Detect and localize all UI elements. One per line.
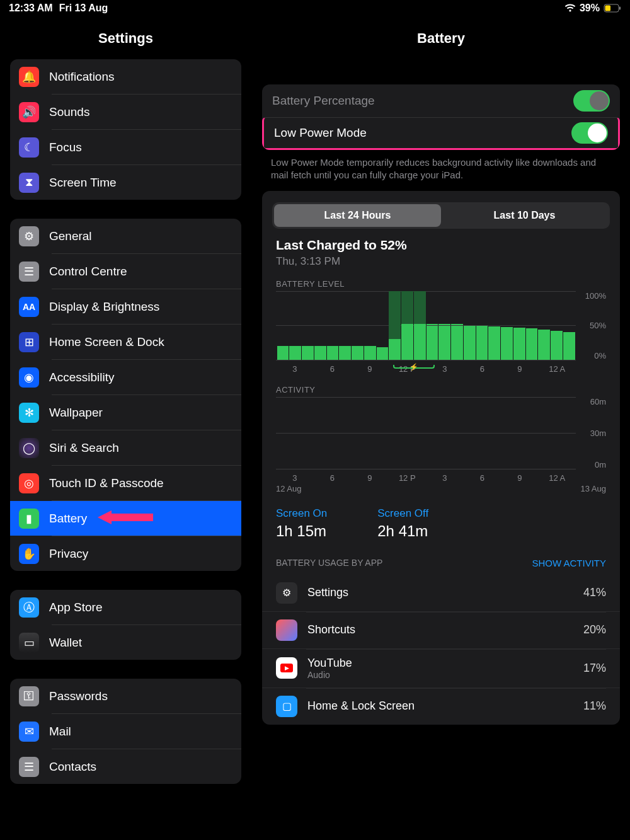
sidebar-item-label: Battery <box>49 512 87 526</box>
sidebar-item-label: General <box>49 229 92 243</box>
sidebar-item-notifications[interactable]: 🔔Notifications <box>10 59 241 94</box>
speaker-icon: 🔊 <box>19 102 39 122</box>
sidebar-item-accessibility[interactable]: ◉Accessibility <box>10 360 241 394</box>
sidebar-item-label: Passwords <box>49 689 108 703</box>
sidebar-item-contacts[interactable]: ☰Contacts <box>10 749 241 784</box>
app-row-settings[interactable]: ⚙Settings41% <box>262 575 620 611</box>
show-activity-link[interactable]: SHOW ACTIVITY <box>532 558 606 568</box>
screen-off-value: 2h 41m <box>377 522 428 540</box>
toggle-label: Low Power Mode <box>274 126 367 140</box>
sidebar-item-home-screen[interactable]: ⊞Home Screen & Dock <box>10 325 241 359</box>
app-icon: ▢ <box>276 696 297 717</box>
sidebar-item-siri[interactable]: ◯Siri & Search <box>10 430 241 465</box>
sidebar-item-sounds[interactable]: 🔊Sounds <box>10 95 241 129</box>
app-sub: Audio <box>307 670 352 680</box>
detail-pane: Battery Battery PercentageLow Power Mode… <box>252 0 630 840</box>
bell-icon: 🔔 <box>19 67 39 87</box>
sidebar-title: Settings <box>0 21 251 59</box>
svg-rect-2 <box>605 6 611 11</box>
mail-icon: ✉ <box>19 722 39 742</box>
grid-icon: ⊞ <box>19 332 39 352</box>
sidebar-item-focus[interactable]: ☾Focus <box>10 130 241 164</box>
sidebar-item-label: Screen Time <box>49 176 117 190</box>
hand-icon: ✋ <box>19 544 39 564</box>
sidebar-item-app-store[interactable]: ⒶApp Store <box>10 590 241 624</box>
sidebar-item-label: Touch ID & Passcode <box>49 476 164 490</box>
svg-rect-1 <box>619 7 621 10</box>
app-row-youtube[interactable]: ▶YouTubeAudio17% <box>262 648 620 688</box>
status-battery-pct: 39% <box>580 3 600 14</box>
app-percentage: 11% <box>583 699 606 713</box>
toggle-row-battery-percentage: Battery Percentage <box>262 84 620 117</box>
app-name: Home & Lock Screen <box>307 699 415 713</box>
battery-icon: ▮ <box>19 509 39 529</box>
sidebar-item-wallpaper[interactable]: ✻Wallpaper <box>10 395 241 430</box>
sidebar-item-label: Display & Brightness <box>49 300 159 314</box>
sidebar-item-label: Siri & Search <box>49 441 119 455</box>
sidebar-item-label: Control Centre <box>49 265 127 279</box>
siri-icon: ◯ <box>19 438 39 458</box>
segment-last-10-days[interactable]: Last 10 Days <box>441 204 608 227</box>
app-percentage: 17% <box>583 662 606 675</box>
switches-icon: ☰ <box>19 262 39 282</box>
chart-date-start: 12 Aug <box>276 484 302 493</box>
sidebar-item-control-centre[interactable]: ☰Control Centre <box>10 254 241 289</box>
toggle-low-power-mode[interactable] <box>571 122 608 144</box>
sidebar-item-privacy[interactable]: ✋Privacy <box>10 536 241 571</box>
flower-icon: ✻ <box>19 403 39 423</box>
sidebar-item-display[interactable]: AADisplay & Brightness <box>10 289 241 324</box>
app-name: YouTube <box>307 657 352 670</box>
sidebar-item-label: Accessibility <box>49 371 114 384</box>
app-percentage: 41% <box>583 586 606 599</box>
sidebar-item-label: Mail <box>49 725 71 739</box>
key-icon: ⚿ <box>19 686 39 706</box>
sidebar-item-label: Wallpaper <box>49 406 103 420</box>
moon-icon: ☾ <box>19 137 39 158</box>
sidebar-item-touch-id[interactable]: ◎Touch ID & Passcode <box>10 466 241 500</box>
last-charged-title: Last Charged to 52% <box>276 238 606 253</box>
screen-on-label: Screen On <box>276 507 327 520</box>
sidebar-item-label: Home Screen & Dock <box>49 335 164 349</box>
sidebar-item-battery[interactable]: ▮Battery <box>10 501 241 536</box>
last-charged-sub: Thu, 3:13 PM <box>276 255 606 268</box>
screen-off-label: Screen Off <box>377 507 428 520</box>
app-icon <box>276 619 297 641</box>
sidebar-item-general[interactable]: ⚙General <box>10 219 241 253</box>
hourglass-icon: ⧗ <box>19 173 39 193</box>
sidebar-item-wallet[interactable]: ▭Wallet <box>10 625 241 660</box>
charging-marker-icon <box>393 365 435 369</box>
appstore-icon: Ⓐ <box>19 597 39 618</box>
toggle-row-low-power-mode: Low Power Mode <box>262 117 620 150</box>
status-bar: 12:33 AM Fri 13 Aug 39% <box>0 0 630 16</box>
toggle-panel: Battery PercentageLow Power Mode <box>262 84 620 150</box>
battery-level-chart <box>276 291 576 360</box>
app-name: Settings <box>307 586 348 599</box>
wallet-icon: ▭ <box>19 633 39 653</box>
low-power-footer: Low Power Mode temporarily reduces backg… <box>252 150 630 182</box>
toggle-battery-percentage[interactable] <box>573 90 610 112</box>
sidebar: Settings 🔔Notifications🔊Sounds☾Focus⧗Scr… <box>0 0 252 840</box>
sidebar-item-label: Sounds <box>49 105 89 119</box>
AA-icon: AA <box>19 297 39 317</box>
sidebar-item-screen-time[interactable]: ⧗Screen Time <box>10 165 241 200</box>
app-row-shortcuts[interactable]: Shortcuts20% <box>262 611 620 648</box>
status-date: Fri 13 Aug <box>59 3 108 14</box>
sidebar-item-passwords[interactable]: ⚿Passwords <box>10 679 241 713</box>
activity-chart <box>276 397 576 469</box>
chart-date-end: 13 Aug <box>581 484 607 493</box>
app-usage-header: BATTERY USAGE BY APP <box>276 558 382 568</box>
app-icon: ▶ <box>276 657 297 679</box>
screen-on-value: 1h 15m <box>276 522 327 540</box>
chart-title-level: BATTERY LEVEL <box>276 279 606 289</box>
sidebar-item-label: Privacy <box>49 547 88 561</box>
app-icon: ⚙ <box>276 582 297 604</box>
battery-icon <box>604 4 621 13</box>
segment-last-24-hours[interactable]: Last 24 Hours <box>274 204 441 227</box>
app-percentage: 20% <box>583 623 606 636</box>
app-row-home-lock-screen[interactable]: ▢Home & Lock Screen11% <box>262 688 620 725</box>
time-range-segmented[interactable]: Last 24 HoursLast 10 Days <box>272 202 610 229</box>
sidebar-item-mail[interactable]: ✉Mail <box>10 714 241 749</box>
sidebar-item-label: Wallet <box>49 636 82 650</box>
status-time: 12:33 AM <box>9 3 53 14</box>
sidebar-item-label: Contacts <box>49 760 96 774</box>
